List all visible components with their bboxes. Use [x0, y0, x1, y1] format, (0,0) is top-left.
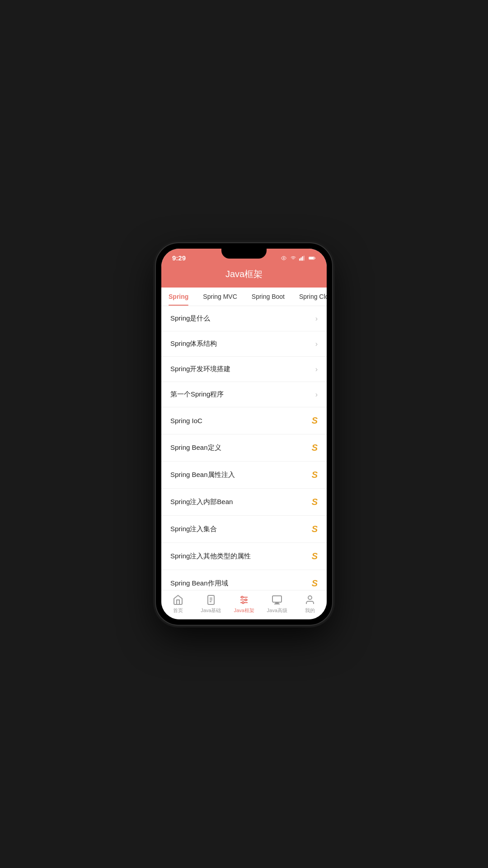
- nav-java-advanced-label: Java高级: [267, 607, 287, 614]
- nav-java-basic[interactable]: Java基础: [194, 594, 227, 614]
- chevron-right-icon: ›: [315, 391, 318, 399]
- doc-icon: [205, 594, 217, 606]
- list-item[interactable]: Spring注入内部Bean S: [161, 489, 327, 516]
- tab-spring[interactable]: Spring: [161, 288, 196, 306]
- list-item[interactable]: Spring是什么 ›: [161, 306, 327, 331]
- monitor-icon: [271, 594, 283, 606]
- list-item[interactable]: Spring Bean作用域 S: [161, 570, 327, 590]
- paid-badge: S: [312, 551, 318, 561]
- paid-badge: S: [312, 443, 318, 453]
- item-title: Spring IoC: [170, 417, 202, 425]
- item-title: Spring是什么: [170, 314, 210, 323]
- chevron-right-icon: ›: [315, 315, 318, 323]
- nav-java-advanced[interactable]: Java高级: [261, 594, 294, 614]
- list-item[interactable]: Spring注入集合 S: [161, 516, 327, 543]
- paid-badge: S: [312, 415, 318, 426]
- nav-home-label: 首页: [173, 607, 183, 614]
- paid-badge: S: [312, 524, 318, 534]
- item-title: 第一个Spring程序: [170, 390, 224, 399]
- list-item[interactable]: Spring开发环境搭建 ›: [161, 357, 327, 382]
- nav-profile-label: 我的: [305, 607, 315, 614]
- svg-point-0: [283, 257, 285, 259]
- nav-home[interactable]: 首页: [161, 594, 194, 614]
- battery-icon: [309, 255, 316, 261]
- bottom-nav: 首页 Java基础: [161, 590, 327, 619]
- item-title: Spring注入集合: [170, 525, 217, 533]
- svg-point-22: [308, 596, 312, 599]
- sliders-icon: [238, 594, 250, 606]
- item-title: Spring注入其他类型的属性: [170, 552, 251, 561]
- list-item[interactable]: Spring体系结构 ›: [161, 331, 327, 357]
- list-item[interactable]: Spring IoC S: [161, 407, 327, 434]
- tab-spring-mvc[interactable]: Spring MVC: [196, 288, 244, 306]
- signal-icon: [299, 255, 306, 261]
- item-title: Spring体系结构: [170, 340, 217, 348]
- svg-point-18: [242, 602, 244, 604]
- nav-java-framework-label: Java框架: [234, 607, 254, 614]
- item-title: Spring Bean属性注入: [170, 471, 235, 479]
- chevron-right-icon: ›: [315, 365, 318, 373]
- tab-spring-cloud[interactable]: Spring Cloud: [292, 288, 327, 306]
- item-title: Spring注入内部Bean: [170, 498, 233, 506]
- tab-bar: Spring Spring MVC Spring Boot Spring Clo…: [161, 288, 327, 306]
- paid-badge: S: [312, 578, 318, 589]
- svg-point-16: [241, 596, 243, 598]
- list-item[interactable]: 第一个Spring程序 ›: [161, 382, 327, 407]
- user-icon: [304, 594, 316, 606]
- item-title: Spring Bean作用域: [170, 579, 228, 588]
- item-title: Spring开发环境搭建: [170, 365, 230, 373]
- item-title: Spring Bean定义: [170, 443, 221, 452]
- status-icons: [280, 255, 316, 261]
- nav-java-basic-label: Java基础: [201, 607, 221, 614]
- svg-rect-2: [299, 258, 300, 260]
- wifi-icon: [290, 255, 297, 261]
- svg-rect-19: [272, 596, 282, 602]
- eye-icon: [280, 255, 287, 261]
- tab-spring-boot[interactable]: Spring Boot: [244, 288, 292, 306]
- nav-profile[interactable]: 我的: [294, 594, 327, 614]
- page-header: Java框架: [161, 264, 327, 288]
- svg-rect-5: [304, 255, 305, 260]
- nav-java-framework[interactable]: Java框架: [227, 594, 260, 614]
- status-time: 9:29: [172, 254, 186, 262]
- list-item[interactable]: Spring注入其他类型的属性 S: [161, 543, 327, 570]
- page-title: Java框架: [161, 268, 327, 280]
- list-container: Spring是什么 › Spring体系结构 › Spring开发环境搭建 › …: [161, 306, 327, 590]
- list-item[interactable]: Spring Bean属性注入 S: [161, 462, 327, 489]
- paid-badge: S: [312, 497, 318, 507]
- svg-point-17: [245, 599, 247, 601]
- svg-rect-8: [309, 257, 314, 259]
- chevron-right-icon: ›: [315, 340, 318, 348]
- svg-rect-3: [300, 257, 301, 260]
- svg-rect-4: [302, 256, 303, 261]
- svg-rect-7: [314, 257, 315, 258]
- home-icon: [172, 594, 184, 606]
- list-item[interactable]: Spring Bean定义 S: [161, 434, 327, 462]
- paid-badge: S: [312, 470, 318, 480]
